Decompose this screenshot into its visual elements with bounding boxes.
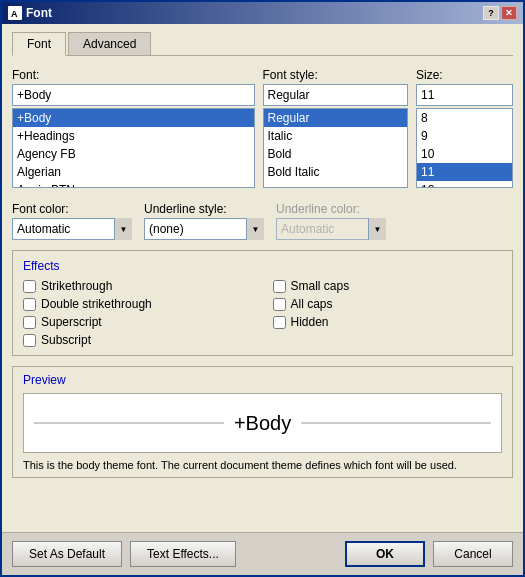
- title-bar-buttons: ? ✕: [483, 6, 517, 20]
- effects-title: Effects: [23, 259, 502, 273]
- size-input[interactable]: [416, 84, 513, 106]
- help-button[interactable]: ?: [483, 6, 499, 20]
- dialog-icon: A: [8, 6, 22, 20]
- underline-style-select[interactable]: (none): [144, 218, 264, 240]
- size-listbox[interactable]: 8 9 10 11 12: [416, 108, 513, 188]
- ok-button[interactable]: OK: [345, 541, 425, 567]
- font-style-group: Font style: Regular Italic Bold Bold Ita…: [263, 68, 409, 188]
- preview-title: Preview: [23, 373, 502, 387]
- size-label: Size:: [416, 68, 513, 82]
- preview-line-right: [301, 423, 491, 424]
- superscript-checkbox[interactable]: [23, 316, 36, 329]
- preview-note: This is the body theme font. The current…: [23, 459, 502, 471]
- underline-style-combo-wrapper: (none) ▼: [144, 218, 264, 240]
- preview-text: +Body: [234, 412, 291, 435]
- text-effects-button[interactable]: Text Effects...: [130, 541, 236, 567]
- underline-color-label: Underline color:: [276, 202, 386, 216]
- dialog-buttons: Set As Default Text Effects... OK Cancel: [2, 532, 523, 575]
- strikethrough-checkbox-label: Strikethrough: [23, 279, 253, 293]
- svg-text:A: A: [11, 9, 18, 18]
- size-list-item-1[interactable]: 9: [417, 127, 512, 145]
- close-button[interactable]: ✕: [501, 6, 517, 20]
- hidden-checkbox-label: Hidden: [273, 315, 503, 329]
- superscript-label: Superscript: [41, 315, 102, 329]
- font-group: Font: +Body +Headings Agency FB Algerian…: [12, 68, 255, 188]
- left-buttons: Set As Default Text Effects...: [12, 541, 236, 567]
- double-strikethrough-label: Double strikethrough: [41, 297, 152, 311]
- font-size-group: Size: 8 9 10 11 12: [416, 68, 513, 188]
- font-color-combo-wrapper: Automatic ▼: [12, 218, 132, 240]
- style-list-item-2[interactable]: Bold: [264, 145, 408, 163]
- size-list-item-0[interactable]: 8: [417, 109, 512, 127]
- subscript-label: Subscript: [41, 333, 91, 347]
- preview-section: Preview +Body This is the body theme fon…: [12, 366, 513, 478]
- font-color-group: Font color: Automatic ▼: [12, 202, 132, 240]
- font-list-item-1[interactable]: +Headings: [13, 127, 254, 145]
- all-caps-label: All caps: [291, 297, 333, 311]
- effects-section: Effects Strikethrough Small caps Double …: [12, 250, 513, 356]
- small-caps-checkbox-label: Small caps: [273, 279, 503, 293]
- size-list-item-2[interactable]: 10: [417, 145, 512, 163]
- right-buttons: OK Cancel: [345, 541, 513, 567]
- dialog-content: Font Advanced Font: +Body +Headings Agen…: [2, 24, 523, 532]
- font-style-size-row: Font: +Body +Headings Agency FB Algerian…: [12, 68, 513, 188]
- hidden-label: Hidden: [291, 315, 329, 329]
- style-list-item-1[interactable]: Italic: [264, 127, 408, 145]
- underline-color-group: Underline color: Automatic ▼: [276, 202, 386, 240]
- preview-box: +Body: [23, 393, 502, 453]
- tab-font[interactable]: Font: [12, 32, 66, 56]
- size-list-item-4[interactable]: 12: [417, 181, 512, 188]
- strikethrough-label: Strikethrough: [41, 279, 112, 293]
- preview-line-left: [34, 423, 224, 424]
- font-dialog: A Font ? ✕ Font Advanced Font: +Body +He…: [0, 0, 525, 577]
- font-color-select[interactable]: Automatic: [12, 218, 132, 240]
- double-strikethrough-checkbox-label: Double strikethrough: [23, 297, 253, 311]
- font-list-item-0[interactable]: +Body: [13, 109, 254, 127]
- all-caps-checkbox[interactable]: [273, 298, 286, 311]
- underline-color-select[interactable]: Automatic: [276, 218, 386, 240]
- size-list-item-3[interactable]: 11: [417, 163, 512, 181]
- font-list-item-2[interactable]: Agency FB: [13, 145, 254, 163]
- hidden-checkbox[interactable]: [273, 316, 286, 329]
- underline-style-label: Underline style:: [144, 202, 264, 216]
- superscript-checkbox-label: Superscript: [23, 315, 253, 329]
- style-list-item-3[interactable]: Bold Italic: [264, 163, 408, 181]
- style-list-item-0[interactable]: Regular: [264, 109, 408, 127]
- underline-style-group: Underline style: (none) ▼: [144, 202, 264, 240]
- set-default-button[interactable]: Set As Default: [12, 541, 122, 567]
- preview-lines: +Body: [34, 412, 491, 435]
- title-bar: A Font ? ✕: [2, 2, 523, 24]
- dialog-title: Font: [26, 6, 52, 20]
- style-listbox[interactable]: Regular Italic Bold Bold Italic: [263, 108, 409, 188]
- tab-bar: Font Advanced: [12, 32, 513, 56]
- effects-grid: Strikethrough Small caps Double striketh…: [23, 279, 502, 347]
- small-caps-checkbox[interactable]: [273, 280, 286, 293]
- small-caps-label: Small caps: [291, 279, 350, 293]
- subscript-checkbox[interactable]: [23, 334, 36, 347]
- font-input[interactable]: [12, 84, 255, 106]
- tab-advanced[interactable]: Advanced: [68, 32, 151, 56]
- cancel-button[interactable]: Cancel: [433, 541, 513, 567]
- font-list-item-3[interactable]: Algerian: [13, 163, 254, 181]
- double-strikethrough-checkbox[interactable]: [23, 298, 36, 311]
- font-label: Font:: [12, 68, 255, 82]
- strikethrough-checkbox[interactable]: [23, 280, 36, 293]
- all-caps-checkbox-label: All caps: [273, 297, 503, 311]
- style-input[interactable]: [263, 84, 409, 106]
- font-list-item-4[interactable]: Annie BTN: [13, 181, 254, 188]
- style-label: Font style:: [263, 68, 409, 82]
- color-row: Font color: Automatic ▼ Underline style:…: [12, 202, 513, 240]
- underline-color-combo-wrapper: Automatic ▼: [276, 218, 386, 240]
- font-color-label: Font color:: [12, 202, 132, 216]
- font-listbox[interactable]: +Body +Headings Agency FB Algerian Annie…: [12, 108, 255, 188]
- title-bar-left: A Font: [8, 6, 52, 20]
- subscript-checkbox-label: Subscript: [23, 333, 253, 347]
